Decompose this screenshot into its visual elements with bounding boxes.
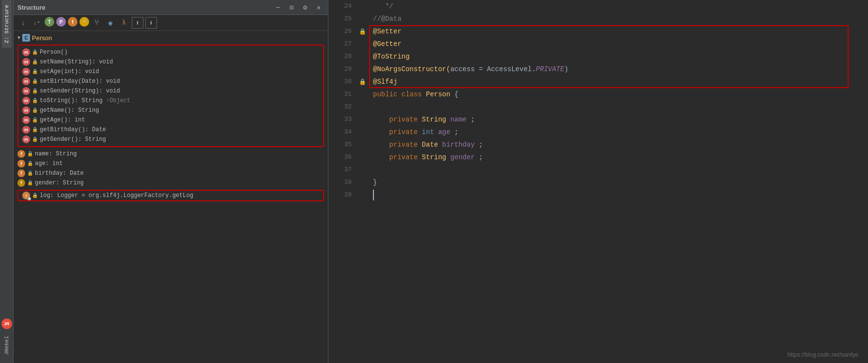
code-token bbox=[373, 190, 378, 200]
gutter-24 bbox=[357, 0, 367, 13]
field-item-age[interactable]: f 🔒 age: int bbox=[14, 159, 328, 168]
code-token: access bbox=[450, 64, 475, 75]
gutter-31 bbox=[357, 88, 367, 101]
line-num-31: 31 bbox=[328, 88, 352, 101]
method-icon: m bbox=[22, 48, 30, 56]
structure-panel: Structure — ⊡ ⚙ ✕ ↓ ↓ᵃ T P f 🔒 ⑂ ◉ λ ⬆ ⬇… bbox=[14, 0, 328, 363]
code-token: ; bbox=[479, 139, 482, 150]
code-line-33: private String name ; bbox=[373, 113, 868, 126]
code-token bbox=[450, 89, 454, 100]
method-label: getAge(): int bbox=[40, 117, 85, 123]
gutter-34 bbox=[357, 126, 367, 138]
method-item-constructor[interactable]: m 🔒 Person() bbox=[18, 47, 323, 57]
line-num-36: 36 bbox=[328, 151, 352, 164]
line-num-30: 30 bbox=[328, 76, 352, 88]
gutter-28 bbox=[357, 50, 367, 63]
method-item-setname[interactable]: m 🔒 setName(String): void bbox=[18, 57, 323, 67]
code-token: ; bbox=[471, 114, 475, 125]
field-label: gender: String bbox=[35, 180, 84, 186]
sort-alpha-icon[interactable]: ↓ᵃ bbox=[31, 17, 43, 29]
code-token: birthday bbox=[442, 139, 479, 150]
code-token: age bbox=[438, 127, 454, 137]
sidebar-item-structure[interactable]: Z: Structure bbox=[2, 0, 12, 48]
method-item-tostring[interactable]: m 🔒 toString(): String ↑Object bbox=[18, 96, 323, 106]
method-label: getGender(): String bbox=[40, 136, 106, 143]
minimize-icon[interactable]: — bbox=[273, 2, 283, 13]
filter-lock-icon[interactable]: 🔒 bbox=[79, 17, 89, 27]
lock-icon: 🔒 bbox=[27, 170, 33, 176]
gutter-29 bbox=[357, 63, 367, 76]
method-item-setbirthday[interactable]: m 🔒 setBirthday(Date): void bbox=[18, 76, 323, 86]
lock-icon: 🔒 bbox=[32, 59, 38, 65]
method-label: Person() bbox=[40, 49, 68, 56]
filter-p-icon[interactable]: P bbox=[56, 17, 66, 27]
method-item-getbirthday[interactable]: m 🔒 getBirthday(): Date bbox=[18, 125, 323, 135]
code-token: @Slf4j bbox=[373, 76, 397, 87]
gutter-30: 🔒 bbox=[357, 76, 367, 88]
lock-icon: 🔒 bbox=[32, 69, 38, 75]
method-icon: m bbox=[22, 116, 30, 124]
log-item[interactable]: f ⚙ 🔒 log: Logger = org.slf4j.LoggerFact… bbox=[18, 191, 323, 200]
structure-toolbar: ↓ ↓ᵃ T P f 🔒 ⑂ ◉ λ ⬆ ⬇ bbox=[14, 15, 328, 31]
filter-fork-icon[interactable]: ⑂ bbox=[91, 17, 103, 29]
line-num-28: 28 bbox=[328, 50, 352, 63]
code-line-31: public class Person { bbox=[373, 88, 868, 101]
gutter-32 bbox=[357, 101, 367, 113]
sort-icon[interactable]: ↓ bbox=[17, 17, 29, 29]
lock-icon: 🔒 bbox=[27, 161, 33, 166]
settings-icon[interactable]: ⚙ bbox=[300, 2, 310, 13]
filter-t-icon[interactable]: T bbox=[45, 17, 54, 27]
code-line-30: @Slf4j bbox=[373, 76, 868, 88]
code-token: private bbox=[373, 127, 422, 137]
gutter-38 bbox=[357, 176, 367, 189]
field-item-gender[interactable]: f 🔒 gender: String bbox=[14, 178, 328, 188]
class-icon: C bbox=[22, 34, 30, 42]
filter-f-icon[interactable]: f bbox=[68, 17, 78, 27]
gutter-39 bbox=[357, 189, 367, 201]
tree-root-person[interactable]: ▼ C Person bbox=[14, 33, 328, 43]
class-name-label: Person bbox=[32, 34, 52, 42]
code-token bbox=[422, 89, 426, 100]
maximize-icon[interactable]: ⊡ bbox=[286, 2, 297, 13]
code-token: @Setter bbox=[373, 26, 402, 37]
gutter-35 bbox=[357, 138, 367, 151]
field-icon: f bbox=[17, 169, 25, 177]
method-icon: m bbox=[22, 87, 30, 95]
close-icon[interactable]: ✕ bbox=[313, 2, 324, 13]
method-icon: m bbox=[22, 68, 30, 76]
field-icon: f bbox=[17, 179, 25, 187]
field-item-name[interactable]: f 🔒 name: String bbox=[14, 149, 328, 159]
code-line-32 bbox=[373, 101, 868, 113]
line-num-34: 34 bbox=[328, 126, 352, 138]
line-num-37: 37 bbox=[328, 164, 352, 176]
filter-circle-icon[interactable]: ◉ bbox=[105, 17, 116, 29]
sidebar-item-jrebel[interactable]: JRebel bbox=[2, 331, 12, 360]
filter-lambda-icon[interactable]: λ bbox=[118, 17, 130, 29]
method-icon: m bbox=[22, 58, 30, 66]
code-token: @ToString bbox=[373, 51, 410, 62]
code-editor-wrapper[interactable]: */ //@Data @Setter @Getter @ToString bbox=[369, 0, 868, 363]
field-icon: f bbox=[17, 150, 25, 158]
code-token: ) bbox=[564, 64, 568, 75]
lock-icon: 🔒 bbox=[32, 49, 38, 55]
expand-arrow[interactable]: ▼ bbox=[17, 35, 20, 41]
method-item-getname[interactable]: m 🔒 getName(): String bbox=[18, 106, 323, 115]
method-item-getgender[interactable]: m 🔒 getGender(): String bbox=[18, 135, 323, 144]
method-icon: m bbox=[22, 97, 30, 105]
code-line-39 bbox=[373, 189, 868, 201]
line-num-29: 29 bbox=[328, 63, 352, 76]
methods-box: m 🔒 Person() m 🔒 setName(String): void m… bbox=[17, 45, 324, 147]
jrebel-icon: JR bbox=[1, 318, 12, 329]
gutter-27 bbox=[357, 38, 367, 50]
field-item-birthday[interactable]: f 🔒 birthday: Date bbox=[14, 168, 328, 178]
export-down-icon[interactable]: ⬇ bbox=[145, 17, 157, 29]
method-label: setAge(int): void bbox=[40, 68, 99, 75]
method-icon: m bbox=[22, 106, 30, 114]
method-item-setgender[interactable]: m 🔒 setGender(String): void bbox=[18, 86, 323, 96]
export-up-icon[interactable]: ⬆ bbox=[132, 17, 143, 29]
method-label: setGender(String): void bbox=[40, 88, 120, 94]
code-token: PRIVATE bbox=[536, 64, 564, 75]
method-item-setage[interactable]: m 🔒 setAge(int): void bbox=[18, 67, 323, 76]
method-item-getage[interactable]: m 🔒 getAge(): int bbox=[18, 115, 323, 125]
lock-icon: 🔒 bbox=[32, 98, 38, 104]
